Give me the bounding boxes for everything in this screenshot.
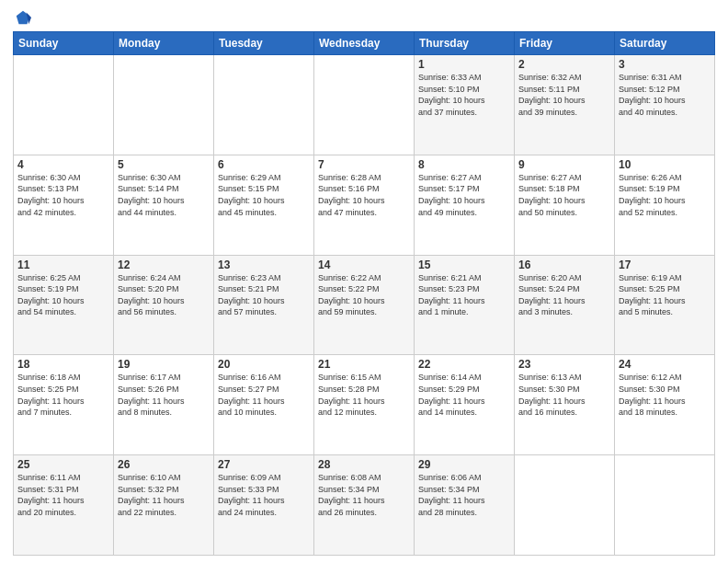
day-info: Sunrise: 6:24 AM Sunset: 5:20 PM Dayligh… — [118, 272, 210, 318]
day-number: 16 — [518, 259, 610, 271]
calendar-cell: 25Sunrise: 6:11 AM Sunset: 5:31 PM Dayli… — [14, 455, 114, 556]
day-info: Sunrise: 6:08 AM Sunset: 5:34 PM Dayligh… — [318, 472, 410, 518]
day-number: 3 — [619, 58, 711, 71]
calendar-cell: 18Sunrise: 6:18 AM Sunset: 5:25 PM Dayli… — [14, 355, 114, 455]
calendar-cell: 24Sunrise: 6:12 AM Sunset: 5:30 PM Dayli… — [615, 355, 715, 455]
day-info: Sunrise: 6:06 AM Sunset: 5:34 PM Dayligh… — [418, 472, 510, 518]
calendar-cell — [615, 455, 715, 556]
calendar-cell: 27Sunrise: 6:09 AM Sunset: 5:33 PM Dayli… — [214, 455, 314, 556]
day-number: 7 — [318, 158, 410, 171]
calendar-cell: 22Sunrise: 6:14 AM Sunset: 5:29 PM Dayli… — [415, 355, 515, 455]
day-info: Sunrise: 6:23 AM Sunset: 5:21 PM Dayligh… — [218, 272, 310, 318]
calendar-cell — [314, 55, 415, 155]
day-info: Sunrise: 6:17 AM Sunset: 5:26 PM Dayligh… — [118, 372, 210, 418]
weekday-header-sunday: Sunday — [14, 32, 114, 55]
day-info: Sunrise: 6:27 AM Sunset: 5:18 PM Dayligh… — [518, 172, 610, 218]
day-number: 8 — [418, 158, 510, 171]
day-number: 24 — [619, 358, 711, 371]
calendar-cell — [114, 55, 214, 155]
calendar-cell: 20Sunrise: 6:16 AM Sunset: 5:27 PM Dayli… — [214, 355, 314, 455]
weekday-header-wednesday: Wednesday — [314, 32, 415, 55]
header — [13, 9, 715, 26]
day-number: 12 — [118, 259, 210, 271]
logo-icon — [15, 9, 31, 26]
day-number: 23 — [518, 358, 610, 371]
day-info: Sunrise: 6:31 AM Sunset: 5:12 PM Dayligh… — [619, 72, 711, 118]
calendar-header-row: SundayMondayTuesdayWednesdayThursdayFrid… — [14, 32, 715, 55]
day-info: Sunrise: 6:14 AM Sunset: 5:29 PM Dayligh… — [418, 372, 510, 418]
day-info: Sunrise: 6:27 AM Sunset: 5:17 PM Dayligh… — [418, 172, 510, 218]
calendar-cell — [214, 55, 314, 155]
calendar-cell: 17Sunrise: 6:19 AM Sunset: 5:25 PM Dayli… — [615, 255, 715, 355]
calendar-cell: 11Sunrise: 6:25 AM Sunset: 5:19 PM Dayli… — [14, 255, 114, 355]
calendar-cell: 12Sunrise: 6:24 AM Sunset: 5:20 PM Dayli… — [114, 255, 214, 355]
day-info: Sunrise: 6:25 AM Sunset: 5:19 PM Dayligh… — [17, 272, 109, 318]
weekday-header-monday: Monday — [114, 32, 214, 55]
weekday-header-thursday: Thursday — [415, 32, 515, 55]
day-number: 25 — [17, 458, 109, 471]
day-number: 27 — [218, 458, 310, 471]
day-info: Sunrise: 6:30 AM Sunset: 5:13 PM Dayligh… — [17, 172, 109, 218]
calendar-cell: 5Sunrise: 6:30 AM Sunset: 5:14 PM Daylig… — [114, 155, 214, 255]
day-info: Sunrise: 6:18 AM Sunset: 5:25 PM Dayligh… — [17, 372, 109, 418]
calendar-cell — [14, 55, 114, 155]
calendar-cell: 3Sunrise: 6:31 AM Sunset: 5:12 PM Daylig… — [615, 55, 715, 155]
calendar-cell: 4Sunrise: 6:30 AM Sunset: 5:13 PM Daylig… — [14, 155, 114, 255]
day-info: Sunrise: 6:16 AM Sunset: 5:27 PM Dayligh… — [218, 372, 310, 418]
calendar-cell: 13Sunrise: 6:23 AM Sunset: 5:21 PM Dayli… — [214, 255, 314, 355]
calendar-cell: 23Sunrise: 6:13 AM Sunset: 5:30 PM Dayli… — [515, 355, 615, 455]
calendar-cell — [515, 455, 615, 556]
day-number: 17 — [619, 259, 711, 271]
page: SundayMondayTuesdayWednesdayThursdayFrid… — [0, 0, 728, 563]
calendar-cell: 21Sunrise: 6:15 AM Sunset: 5:28 PM Dayli… — [314, 355, 415, 455]
calendar-week-row: 18Sunrise: 6:18 AM Sunset: 5:25 PM Dayli… — [14, 355, 715, 455]
calendar-week-row: 4Sunrise: 6:30 AM Sunset: 5:13 PM Daylig… — [14, 155, 715, 255]
calendar-cell: 29Sunrise: 6:06 AM Sunset: 5:34 PM Dayli… — [415, 455, 515, 556]
day-info: Sunrise: 6:10 AM Sunset: 5:32 PM Dayligh… — [118, 472, 210, 518]
day-info: Sunrise: 6:22 AM Sunset: 5:22 PM Dayligh… — [318, 272, 410, 318]
day-number: 26 — [118, 458, 210, 471]
day-info: Sunrise: 6:26 AM Sunset: 5:19 PM Dayligh… — [619, 172, 711, 218]
day-info: Sunrise: 6:30 AM Sunset: 5:14 PM Dayligh… — [118, 172, 210, 218]
day-info: Sunrise: 6:29 AM Sunset: 5:15 PM Dayligh… — [218, 172, 310, 218]
calendar-cell: 28Sunrise: 6:08 AM Sunset: 5:34 PM Dayli… — [314, 455, 415, 556]
calendar-cell: 8Sunrise: 6:27 AM Sunset: 5:17 PM Daylig… — [415, 155, 515, 255]
calendar-cell: 1Sunrise: 6:33 AM Sunset: 5:10 PM Daylig… — [415, 55, 515, 155]
day-number: 5 — [118, 158, 210, 171]
day-number: 19 — [118, 358, 210, 371]
day-info: Sunrise: 6:32 AM Sunset: 5:11 PM Dayligh… — [518, 72, 610, 118]
logo — [13, 9, 31, 26]
calendar-cell: 9Sunrise: 6:27 AM Sunset: 5:18 PM Daylig… — [515, 155, 615, 255]
calendar-cell: 16Sunrise: 6:20 AM Sunset: 5:24 PM Dayli… — [515, 255, 615, 355]
day-info: Sunrise: 6:13 AM Sunset: 5:30 PM Dayligh… — [518, 372, 610, 418]
day-number: 1 — [418, 58, 510, 71]
weekday-header-friday: Friday — [515, 32, 615, 55]
day-number: 4 — [17, 158, 109, 171]
day-number: 11 — [17, 259, 109, 271]
day-number: 14 — [318, 259, 410, 271]
calendar-cell: 19Sunrise: 6:17 AM Sunset: 5:26 PM Dayli… — [114, 355, 214, 455]
day-number: 10 — [619, 158, 711, 171]
day-info: Sunrise: 6:12 AM Sunset: 5:30 PM Dayligh… — [619, 372, 711, 418]
day-info: Sunrise: 6:11 AM Sunset: 5:31 PM Dayligh… — [17, 472, 109, 518]
day-info: Sunrise: 6:28 AM Sunset: 5:16 PM Dayligh… — [318, 172, 410, 218]
day-number: 22 — [418, 358, 510, 371]
calendar-week-row: 1Sunrise: 6:33 AM Sunset: 5:10 PM Daylig… — [14, 55, 715, 155]
day-info: Sunrise: 6:19 AM Sunset: 5:25 PM Dayligh… — [619, 272, 711, 318]
day-number: 28 — [318, 458, 410, 471]
day-info: Sunrise: 6:20 AM Sunset: 5:24 PM Dayligh… — [518, 272, 610, 318]
weekday-header-saturday: Saturday — [615, 32, 715, 55]
calendar-week-row: 25Sunrise: 6:11 AM Sunset: 5:31 PM Dayli… — [14, 455, 715, 556]
calendar-cell: 2Sunrise: 6:32 AM Sunset: 5:11 PM Daylig… — [515, 55, 615, 155]
day-number: 15 — [418, 259, 510, 271]
day-info: Sunrise: 6:33 AM Sunset: 5:10 PM Dayligh… — [418, 72, 510, 118]
day-info: Sunrise: 6:09 AM Sunset: 5:33 PM Dayligh… — [218, 472, 310, 518]
weekday-header-tuesday: Tuesday — [214, 32, 314, 55]
calendar-cell: 6Sunrise: 6:29 AM Sunset: 5:15 PM Daylig… — [214, 155, 314, 255]
day-info: Sunrise: 6:21 AM Sunset: 5:23 PM Dayligh… — [418, 272, 510, 318]
calendar-cell: 10Sunrise: 6:26 AM Sunset: 5:19 PM Dayli… — [615, 155, 715, 255]
day-number: 18 — [17, 358, 109, 371]
day-number: 9 — [518, 158, 610, 171]
day-number: 20 — [218, 358, 310, 371]
calendar-cell: 14Sunrise: 6:22 AM Sunset: 5:22 PM Dayli… — [314, 255, 415, 355]
